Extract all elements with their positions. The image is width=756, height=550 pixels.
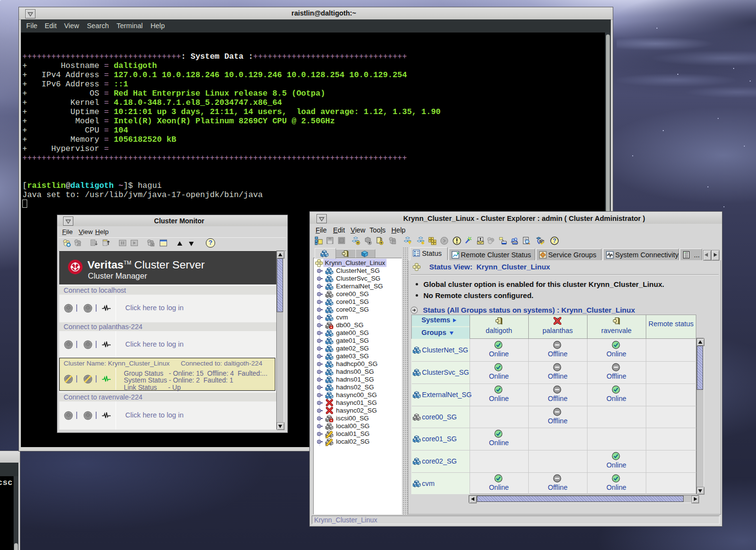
svg-text:?: ?: [553, 237, 556, 244]
